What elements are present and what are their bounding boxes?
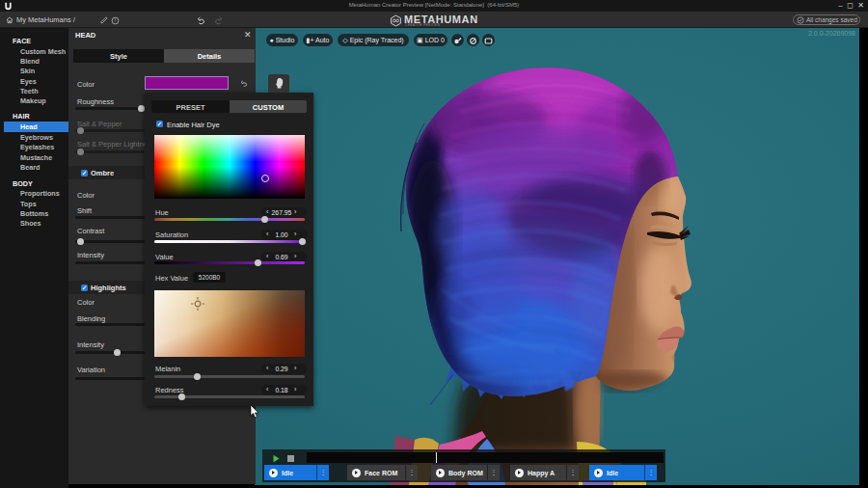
svg-text:!: ! bbox=[115, 18, 116, 23]
